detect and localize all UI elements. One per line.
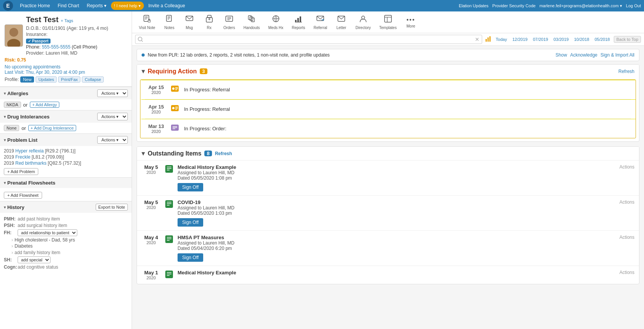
templates-btn[interactable]: Templates	[375, 13, 401, 31]
drug-intolerances-header[interactable]: Drug Intolerances Actions ▾	[0, 110, 132, 123]
outstanding-item-2-date: May 5 2020	[142, 199, 161, 210]
letter-btn[interactable]: Letter	[332, 13, 351, 31]
fh-add-row: ›	[4, 250, 128, 255]
problem-list-section: Problem List Actions ▾ 2019 Hyper reflex…	[0, 133, 132, 177]
tags-link[interactable]: + Tags	[61, 18, 73, 23]
search-clear-btn[interactable]: ✕	[475, 36, 479, 42]
last-visit[interactable]: Last Visit: Thu, Apr 30, 2020 at 4:00 pm	[5, 70, 127, 75]
referral-btn[interactable]: Referral	[310, 13, 331, 31]
drug-intolerances-body: None or + Add Drug Intolerance	[0, 123, 132, 133]
svg-point-45	[172, 88, 174, 90]
sign-off-btn-3[interactable]: Sign Off	[178, 253, 203, 262]
provider-security-link[interactable]: Provider Security Code	[492, 3, 536, 8]
elation-updates-link[interactable]: Elation Updates	[459, 3, 489, 8]
timeline-jul2019[interactable]: 07/2019	[532, 36, 550, 42]
prenatal-flowsheets-header[interactable]: Prenatal Flowsheets	[0, 178, 132, 188]
requiring-action-item-1: Apr 15 2020 In Progress: Referral	[140, 80, 636, 99]
patient-name: Test Test	[26, 15, 59, 24]
search-input-wrap: ✕	[135, 35, 482, 44]
svg-rect-29	[297, 18, 299, 22]
orders-btn[interactable]: Orders	[220, 13, 239, 31]
profile-collapse-btn[interactable]: Collapse	[82, 76, 104, 83]
sh-select[interactable]: add special	[18, 256, 51, 263]
svg-rect-41	[486, 39, 487, 42]
drug-intolerances-actions[interactable]: Actions ▾	[97, 113, 128, 120]
psh-input[interactable]	[18, 223, 128, 228]
plr-sign-import-link[interactable]: Sign & Import All	[600, 52, 634, 58]
back-to-top-btn[interactable]: Back to Top	[614, 36, 641, 43]
plr-show-link[interactable]: Show	[556, 52, 567, 58]
fh-relationship-select[interactable]: add relationship to patient	[18, 229, 77, 236]
export-to-note-btn[interactable]: Export to Note	[96, 204, 128, 211]
visit-note-label: Visit Note	[139, 26, 155, 30]
outstanding-item-1-actions[interactable]: Actions	[620, 164, 634, 170]
problem-item: 2019 Red birthmarks [Q82.5 (757.32)]	[4, 160, 128, 166]
action-text-1: In Progress: Referral	[184, 87, 631, 92]
allergies-actions[interactable]: Actions ▾	[97, 89, 128, 97]
outstanding-items-refresh[interactable]: Refresh	[215, 151, 232, 156]
problem-name-1[interactable]: Hyper reflexia	[15, 148, 44, 154]
timeline-today[interactable]: Today	[494, 36, 509, 42]
outstanding-item-3-actions[interactable]: Actions	[620, 235, 634, 240]
outstanding-item-4-details: Medical History Example	[178, 270, 616, 276]
nav-find-chart[interactable]: Find Chart	[55, 2, 82, 10]
outstanding-item-3-details: HMSA PT Measures Assigned to Lauren Hill…	[178, 235, 616, 262]
timeline-oct2018[interactable]: 10/2018	[572, 36, 591, 42]
pmh-input[interactable]	[18, 216, 128, 222]
outstanding-item-4-row: May 1 2020 Medical History Example Actio…	[142, 270, 634, 280]
reports-btn[interactable]: Reports	[288, 13, 309, 31]
outstanding-items-chevron[interactable]: ▾	[142, 150, 145, 157]
more-btn[interactable]: ••• More	[401, 15, 421, 30]
sign-off-btn-2[interactable]: Sign Off	[178, 218, 203, 227]
problem-list-actions[interactable]: Actions ▾	[97, 136, 128, 144]
sign-off-btn-1[interactable]: Sign Off	[178, 183, 203, 191]
cogn-input[interactable]	[18, 264, 128, 270]
msg-btn[interactable]: Msg	[180, 13, 199, 31]
outstanding-item-2-assigned: Assigned to Lauren Hill, MD	[178, 205, 616, 211]
phone-number[interactable]: 555-555-5555	[42, 44, 70, 50]
notes-btn[interactable]: Notes	[160, 13, 179, 31]
add-problem-btn[interactable]: + Add Problem	[4, 168, 38, 175]
search-input[interactable]	[145, 37, 475, 42]
meds-hx-btn[interactable]: Meds Hx	[264, 13, 287, 31]
allergies-header[interactable]: Allergies Actions ▾	[0, 87, 132, 99]
appointments-row[interactable]: No upcoming appointments	[5, 64, 127, 70]
nav-invite-colleague[interactable]: Invite a Colleague	[145, 2, 188, 10]
outstanding-item-4: May 1 2020 Medical History Example Actio…	[137, 266, 639, 284]
fh-add-input[interactable]	[15, 250, 128, 255]
orders-label: Orders	[223, 26, 235, 30]
outstanding-item-4-actions[interactable]: Actions	[620, 270, 634, 275]
nav-practice-home[interactable]: Practice Home	[17, 2, 53, 10]
nav-help-alert[interactable]: ! I need help ▾	[111, 2, 144, 10]
nav-reports[interactable]: Reports ▾	[84, 2, 109, 10]
problem-year-3: 2019	[4, 160, 15, 166]
profile-printfax-btn[interactable]: Print/Fax	[58, 76, 80, 83]
more-label: More	[406, 24, 415, 28]
requiring-action-count: 3	[200, 68, 207, 74]
requiring-action-refresh[interactable]: Refresh	[618, 69, 634, 74]
timeline-mar2019[interactable]: 03/2019	[552, 36, 570, 42]
timeline-may2018[interactable]: 05/2018	[593, 36, 611, 42]
problem-name-3[interactable]: Red birthmarks	[15, 160, 46, 166]
rx-btn[interactable]: Rx	[200, 13, 219, 31]
outstanding-item-4-date: May 1 2020	[142, 270, 161, 280]
psh-row: PSH:	[4, 223, 128, 228]
problem-list-chevron	[4, 138, 6, 142]
add-drug-intolerance-btn[interactable]: + Add Drug Intolerance	[28, 125, 76, 131]
problem-list-header[interactable]: Problem List Actions ▾	[0, 134, 132, 146]
requiring-action-chevron[interactable]: ▾	[142, 68, 145, 75]
profile-new-btn[interactable]: New	[20, 76, 34, 83]
visit-note-btn[interactable]: Visit Note	[135, 13, 159, 31]
user-email-link[interactable]: marlene.feil+programs@elationhealth.com …	[540, 3, 622, 8]
timeline-dec2019[interactable]: 12/2019	[511, 36, 529, 42]
add-allergy-btn[interactable]: + Add Allergy	[30, 102, 59, 108]
directory-btn[interactable]: Directory	[352, 13, 375, 31]
problem-name-2[interactable]: Freckle	[15, 154, 30, 160]
plr-acknowledge-link[interactable]: Acknowledge	[570, 52, 597, 58]
add-flowsheet-btn[interactable]: + Add Flowsheet	[4, 192, 42, 199]
handouts-btn[interactable]: Handouts	[240, 13, 264, 31]
outstanding-item-2-actions[interactable]: Actions	[620, 199, 634, 205]
logout-link[interactable]: Log Out	[626, 3, 641, 8]
profile-updates-btn[interactable]: Updates	[36, 76, 57, 83]
or-label-1: or	[23, 102, 28, 108]
